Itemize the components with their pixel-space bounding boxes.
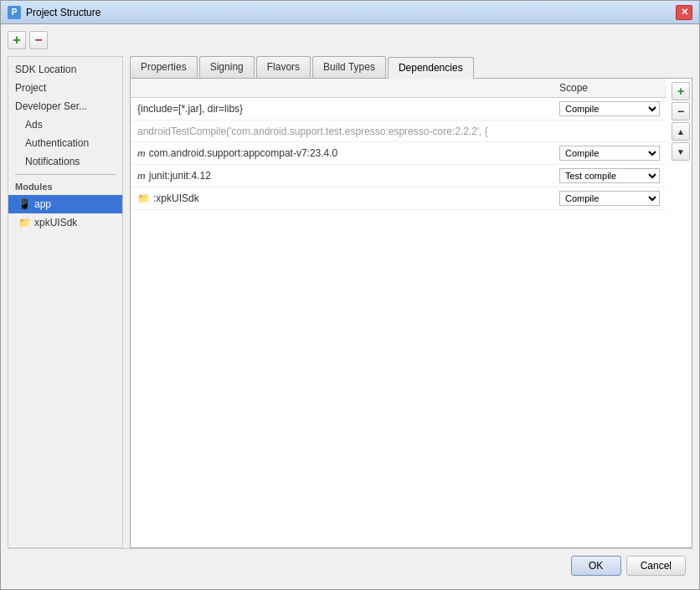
dep-row-name: androidTestCompile('com.android.support.… xyxy=(137,126,559,137)
tabs: Properties Signing Flavors Build Types D… xyxy=(130,56,692,79)
sidebar-separator xyxy=(15,174,116,175)
tab-properties[interactable]: Properties xyxy=(130,56,198,78)
dep-row-name: m com.android.support:appcompat-v7:23.4.… xyxy=(137,147,559,159)
table-row: m com.android.support:appcompat-v7:23.4.… xyxy=(131,142,667,165)
notifications-label: Notifications xyxy=(25,156,80,167)
dep-down-button[interactable]: ▼ xyxy=(672,142,690,161)
dep-remove-button[interactable]: − xyxy=(672,102,690,121)
remove-button[interactable]: − xyxy=(29,31,48,49)
ok-button[interactable]: OK xyxy=(571,556,621,576)
table-row: m junit:junit:4.12 Compile Test compile … xyxy=(131,165,667,187)
close-button[interactable]: ✕ xyxy=(676,5,692,20)
dep-up-button[interactable]: ▲ xyxy=(672,122,690,141)
module-folder-icon: 📁 xyxy=(137,192,150,204)
developer-services-label: Developer Ser... xyxy=(15,100,87,112)
sidebar-item-xpkuisdk[interactable]: 📁 xpkUISdk xyxy=(8,213,122,232)
window-icon: P xyxy=(8,6,21,19)
xpkuisdk-label: xpkUISdk xyxy=(34,217,77,228)
tab-dependencies[interactable]: Dependencies xyxy=(388,57,474,79)
scope-select[interactable]: Compile Test compile Provided xyxy=(559,101,660,116)
sidebar-item-authentication[interactable]: Authentication xyxy=(8,134,122,152)
cancel-button[interactable]: Cancel xyxy=(626,556,686,576)
window-title: Project Structure xyxy=(26,7,676,18)
table-row: 📁 :xpkUISdk Compile Test compile Provide… xyxy=(131,187,667,210)
project-label: Project xyxy=(15,82,46,94)
main-content: SDK Location Project Developer Ser... Ad… xyxy=(8,56,692,548)
ads-label: Ads xyxy=(25,119,43,131)
project-structure-dialog: P Project Structure ✕ + − SDK Location P… xyxy=(0,0,700,590)
add-button[interactable]: + xyxy=(8,31,26,49)
dep-row-name: 📁 :xpkUISdk xyxy=(137,192,559,204)
sidebar-item-sdk-location[interactable]: SDK Location xyxy=(8,60,122,79)
modules-header: Modules xyxy=(8,178,122,195)
dep-row-scope: Compile Test compile Provided xyxy=(559,191,660,206)
xpkuisdk-icon: 📁 xyxy=(18,217,31,228)
right-panel: Properties Signing Flavors Build Types D… xyxy=(130,56,692,548)
dep-add-button[interactable]: + xyxy=(672,82,690,100)
sidebar-item-notifications[interactable]: Notifications xyxy=(8,152,122,171)
authentication-label: Authentication xyxy=(25,137,89,149)
tab-flavors[interactable]: Flavors xyxy=(256,56,311,78)
dep-row-scope: Compile Test compile Provided xyxy=(559,101,660,116)
scope-select[interactable]: Compile Test compile Provided xyxy=(559,146,660,161)
tab-build-types[interactable]: Build Types xyxy=(312,56,386,78)
sdk-location-label: SDK Location xyxy=(15,64,76,75)
sidebar-item-developer-services[interactable]: Developer Ser... xyxy=(8,97,122,115)
col-scope-header: Scope xyxy=(559,82,660,94)
maven-icon: m xyxy=(137,171,146,181)
table-row: androidTestCompile('com.android.support.… xyxy=(131,121,667,142)
scope-select[interactable]: Compile Test compile Provided xyxy=(559,191,660,206)
app-icon: 📱 xyxy=(18,198,31,210)
sidebar-item-ads[interactable]: Ads xyxy=(8,115,122,134)
title-bar: P Project Structure ✕ xyxy=(1,1,699,24)
col-name-header xyxy=(137,82,559,94)
dep-row-name: m junit:junit:4.12 xyxy=(137,170,559,182)
app-label: app xyxy=(34,198,51,210)
dialog-body: + − SDK Location Project Developer Ser..… xyxy=(1,24,699,589)
sidebar-item-app[interactable]: 📱 app xyxy=(8,195,122,213)
top-toolbar: + − xyxy=(8,31,692,49)
dep-table: Scope {include=[*.jar], dir=libs} Compil… xyxy=(131,79,692,547)
maven-icon: m xyxy=(137,148,146,158)
dialog-footer: OK Cancel xyxy=(8,548,692,582)
tab-content-dependencies: + − ▲ ▼ Scope xyxy=(130,79,692,548)
dep-row-name: {include=[*.jar], dir=libs} xyxy=(137,103,559,115)
dep-row-scope: Compile Test compile Provided xyxy=(559,168,660,183)
dep-table-header: Scope xyxy=(131,79,667,98)
dep-row-scope: Compile Test compile Provided xyxy=(559,146,660,161)
sidebar: SDK Location Project Developer Ser... Ad… xyxy=(8,56,123,548)
tab-signing[interactable]: Signing xyxy=(199,56,255,78)
scope-select[interactable]: Compile Test compile Provided xyxy=(559,168,660,183)
sidebar-item-project[interactable]: Project xyxy=(8,79,122,97)
dep-toolbar: + − ▲ ▼ xyxy=(668,79,692,164)
table-row: {include=[*.jar], dir=libs} Compile Test… xyxy=(131,98,667,121)
